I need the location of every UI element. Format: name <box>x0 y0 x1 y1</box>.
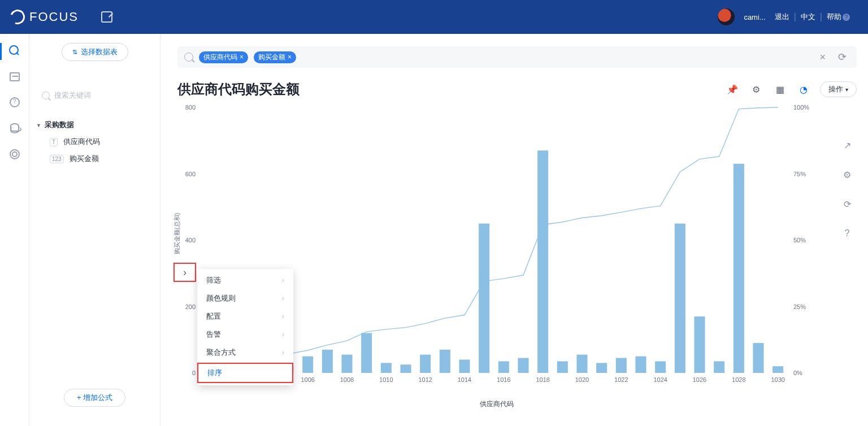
svg-text:1006: 1006 <box>301 376 314 383</box>
chart-config-icon[interactable]: ⚙ <box>837 165 857 184</box>
ctx-config[interactable]: 配置› <box>197 307 293 325</box>
svg-text:1010: 1010 <box>379 376 393 383</box>
help-icon: ? <box>843 14 850 21</box>
nav-help-icon[interactable] <box>10 97 20 107</box>
svg-rect-17 <box>341 355 352 373</box>
svg-rect-18 <box>361 333 372 373</box>
tree-item[interactable]: T 供应商代码 <box>37 133 152 150</box>
product-name: FOCUS <box>29 10 79 24</box>
nav-search-icon[interactable] <box>9 45 20 56</box>
svg-text:1008: 1008 <box>340 376 354 383</box>
svg-text:200: 200 <box>185 303 196 310</box>
axis-expand-button[interactable] <box>173 263 196 282</box>
ctx-filter[interactable]: 筛选› <box>197 271 293 289</box>
chart-refresh-icon[interactable]: ⟳ <box>837 194 857 214</box>
top-bar: FOCUS cami... 退出 | 中文 | 帮助? <box>0 0 868 34</box>
settings-icon[interactable]: ⚙ <box>749 82 763 97</box>
svg-rect-37 <box>734 164 744 373</box>
svg-rect-23 <box>459 360 470 373</box>
ctx-alert[interactable]: 告警› <box>197 325 293 344</box>
svg-text:1016: 1016 <box>497 376 510 383</box>
chart-help-icon[interactable]: ? <box>837 224 857 243</box>
operations-button[interactable]: 操作 ▾ <box>820 81 857 97</box>
nav-dashboard-icon[interactable] <box>10 72 20 81</box>
pin-icon[interactable]: 📌 <box>725 82 740 97</box>
chart-view-icon[interactable]: ◔ <box>796 82 811 97</box>
svg-text:1024: 1024 <box>653 376 667 383</box>
svg-text:75%: 75% <box>793 171 806 177</box>
query-chip[interactable]: 购买金额× <box>254 51 296 63</box>
tree-item-label: 供应商代码 <box>63 137 100 147</box>
query-search-icon <box>184 53 193 62</box>
nav-data-icon[interactable] <box>10 123 19 133</box>
svg-rect-27 <box>537 150 548 373</box>
svg-rect-29 <box>576 355 587 373</box>
svg-rect-32 <box>635 357 646 373</box>
nav-rail <box>0 34 29 426</box>
svg-text:400: 400 <box>185 237 196 244</box>
tree-header[interactable]: 采购数据 <box>37 120 152 130</box>
rail-active-indicator <box>0 43 2 60</box>
select-table-button[interactable]: ⇅选择数据表 <box>62 43 128 61</box>
svg-rect-20 <box>400 364 411 373</box>
query-refresh-icon[interactable]: ⟳ <box>835 51 850 63</box>
svg-rect-30 <box>596 363 607 373</box>
svg-rect-38 <box>753 343 763 373</box>
search-icon <box>42 92 50 99</box>
svg-rect-25 <box>498 361 509 373</box>
logo-icon <box>8 7 28 27</box>
chip-remove-icon[interactable]: × <box>240 53 244 61</box>
edit-icon[interactable] <box>101 11 112 23</box>
svg-text:1030: 1030 <box>771 376 784 383</box>
svg-text:1026: 1026 <box>693 376 706 383</box>
nav-settings-icon[interactable] <box>10 149 20 159</box>
query-chip[interactable]: 供应商代码× <box>199 51 248 63</box>
svg-rect-19 <box>381 363 392 373</box>
query-clear-icon[interactable]: × <box>816 51 829 63</box>
svg-rect-15 <box>302 357 313 373</box>
svg-rect-28 <box>557 361 568 373</box>
ctx-aggregate[interactable]: 聚合方式› <box>197 344 293 362</box>
svg-text:1028: 1028 <box>732 376 745 383</box>
svg-text:100%: 100% <box>793 104 809 111</box>
table-view-icon[interactable]: ▦ <box>772 82 787 97</box>
svg-text:1012: 1012 <box>418 376 432 383</box>
page-title: 供应商代码购买金额 <box>177 80 300 98</box>
svg-text:600: 600 <box>185 171 196 177</box>
avatar[interactable] <box>718 8 735 25</box>
svg-text:25%: 25% <box>793 303 806 310</box>
tree-item[interactable]: 123 购买金额 <box>37 150 152 167</box>
svg-text:50%: 50% <box>793 237 806 244</box>
chart-tool-rail: ↗ ⚙ ⟳ ? <box>837 136 857 243</box>
chip-remove-icon[interactable]: × <box>288 53 292 61</box>
keyword-placeholder: 搜索关键词 <box>54 90 91 101</box>
sidebar: ⇅选择数据表 搜索关键词 采购数据 T 供应商代码 123 购买金额 + 增加公… <box>29 34 160 426</box>
svg-rect-39 <box>772 366 783 373</box>
svg-rect-36 <box>714 361 724 373</box>
logo: FOCUS <box>10 10 79 24</box>
logout-link[interactable]: 退出 <box>770 12 794 22</box>
x-axis-label: 供应商代码 <box>177 399 816 409</box>
type-text-icon: T <box>50 138 58 146</box>
svg-rect-31 <box>616 358 627 373</box>
svg-rect-22 <box>440 350 450 373</box>
expand-chart-icon[interactable]: ↗ <box>837 136 857 155</box>
axis-context-menu: 筛选› 颜色规则› 配置› 告警› 聚合方式› 排序 <box>197 269 293 385</box>
svg-rect-26 <box>518 358 528 373</box>
tree-item-label: 购买金额 <box>70 154 99 164</box>
add-formula-button[interactable]: + 增加公式 <box>64 389 125 407</box>
svg-text:1020: 1020 <box>575 376 589 383</box>
svg-text:0: 0 <box>192 370 196 376</box>
svg-rect-24 <box>479 224 489 373</box>
language-switch[interactable]: 中文 <box>796 12 820 22</box>
svg-text:1014: 1014 <box>458 376 471 383</box>
ctx-color-rule[interactable]: 颜色规则› <box>197 289 293 307</box>
type-number-icon: 123 <box>50 155 64 163</box>
svg-rect-16 <box>322 350 333 373</box>
ctx-sort[interactable]: 排序 <box>197 363 293 383</box>
help-link[interactable]: 帮助? <box>822 12 854 22</box>
svg-rect-33 <box>655 361 666 373</box>
user-name[interactable]: cami... <box>739 13 770 21</box>
query-bar: 供应商代码× 购买金额× × ⟳ <box>177 46 857 68</box>
keyword-search[interactable]: 搜索关键词 <box>37 88 152 103</box>
